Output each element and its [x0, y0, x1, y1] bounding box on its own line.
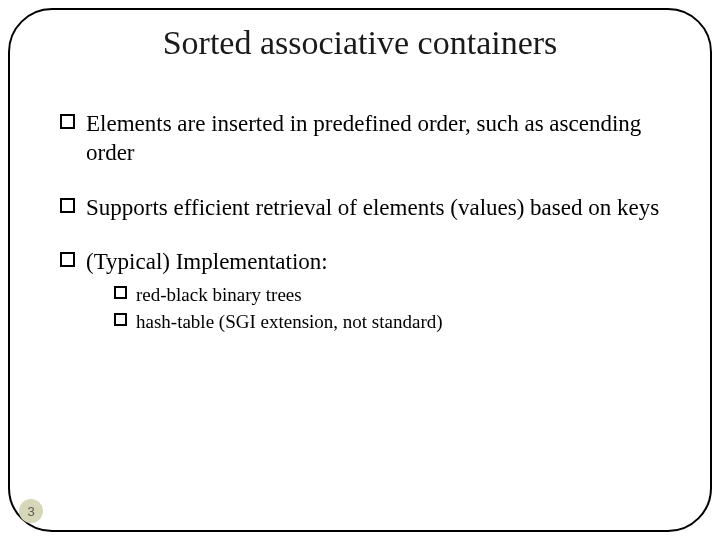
subbullet-list: red-black binary trees hash-table (SGI e… — [60, 283, 670, 334]
bullet-box-icon — [60, 114, 75, 129]
subbullet-item: hash-table (SGI extension, not standard) — [114, 310, 670, 334]
page-number: 3 — [27, 504, 34, 519]
bullet-text: (Typical) Implementation: — [86, 249, 328, 274]
bullet-box-icon — [60, 198, 75, 213]
slide: Sorted associative containers Elements a… — [0, 0, 720, 540]
bullet-item: Supports efficient retrieval of elements… — [60, 194, 670, 223]
slide-title: Sorted associative containers — [0, 24, 720, 62]
bullet-text: Supports efficient retrieval of elements… — [86, 195, 659, 220]
subbullet-item: red-black binary trees — [114, 283, 670, 307]
slide-body: Elements are inserted in predefined orde… — [60, 110, 670, 337]
bullet-box-icon — [114, 313, 127, 326]
subbullet-text: hash-table (SGI extension, not standard) — [136, 311, 443, 332]
subbullet-text: red-black binary trees — [136, 284, 302, 305]
bullet-box-icon — [114, 286, 127, 299]
bullet-text: Elements are inserted in predefined orde… — [86, 111, 641, 165]
page-number-badge: 3 — [19, 499, 43, 523]
bullet-item: (Typical) Implementation: — [60, 248, 670, 277]
bullet-item: Elements are inserted in predefined orde… — [60, 110, 670, 168]
bullet-box-icon — [60, 252, 75, 267]
